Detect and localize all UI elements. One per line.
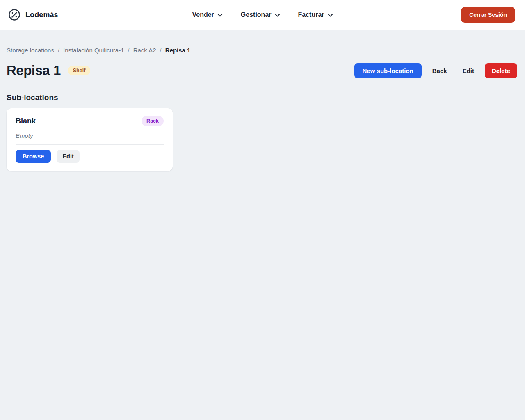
card-divider [16, 144, 164, 145]
breadcrumb-current: Repisa 1 [165, 47, 191, 54]
chevron-down-icon [275, 13, 280, 17]
nav-item-label: Gestionar [241, 11, 272, 18]
nav-item-facturar[interactable]: Facturar [298, 11, 333, 18]
rack-type-badge: Rack [142, 116, 164, 126]
breadcrumb: Storage locations / Instalación Quilicur… [7, 47, 517, 54]
breadcrumb-separator: / [128, 47, 129, 54]
page-actions: New sub-location Back Edit Delete [354, 63, 517, 78]
edit-button[interactable]: Edit [458, 63, 479, 78]
nav-item-vender[interactable]: Vender [192, 11, 222, 18]
card-actions: Browse Edit [16, 150, 164, 163]
main-nav: Vender Gestionar Facturar [192, 0, 333, 30]
sublocation-name: Blank [16, 117, 36, 126]
breadcrumb-rack[interactable]: Rack A2 [133, 47, 156, 54]
breadcrumb-separator: / [160, 47, 162, 54]
nav-item-label: Facturar [298, 11, 324, 18]
nav-item-label: Vender [192, 11, 214, 18]
browse-button[interactable]: Browse [16, 150, 51, 163]
chevron-down-icon [218, 13, 223, 17]
card-edit-button[interactable]: Edit [57, 150, 79, 163]
shelf-type-badge: Shelf [68, 66, 91, 75]
sublocations-heading: Sub-locations [7, 93, 517, 102]
chevron-down-icon [328, 13, 333, 17]
brand-name: Lodemás [25, 11, 58, 19]
breadcrumb-instalacion[interactable]: Instalación Quilicura-1 [63, 47, 124, 54]
new-sublocation-button[interactable]: New sub-location [354, 63, 422, 78]
back-button[interactable]: Back [427, 63, 452, 78]
sublocation-card: Blank Rack Empty Browse Edit [7, 108, 173, 171]
breadcrumb-storage-locations[interactable]: Storage locations [7, 47, 54, 54]
page-title: Repisa 1 [7, 63, 61, 78]
brand[interactable]: Lodemás [8, 9, 58, 21]
main-content: Storage locations / Instalación Quilicur… [0, 47, 525, 171]
nav-item-gestionar[interactable]: Gestionar [241, 11, 280, 18]
logout-button[interactable]: Cerrar Sesión [461, 7, 515, 23]
page-header: Repisa 1 Shelf New sub-location Back Edi… [7, 63, 517, 78]
delete-button[interactable]: Delete [485, 63, 517, 78]
top-navbar: Lodemás Vender Gestionar Facturar Cerrar… [0, 0, 525, 30]
breadcrumb-separator: / [58, 47, 59, 54]
sublocation-status: Empty [16, 132, 164, 139]
percent-circle-icon [8, 9, 21, 21]
